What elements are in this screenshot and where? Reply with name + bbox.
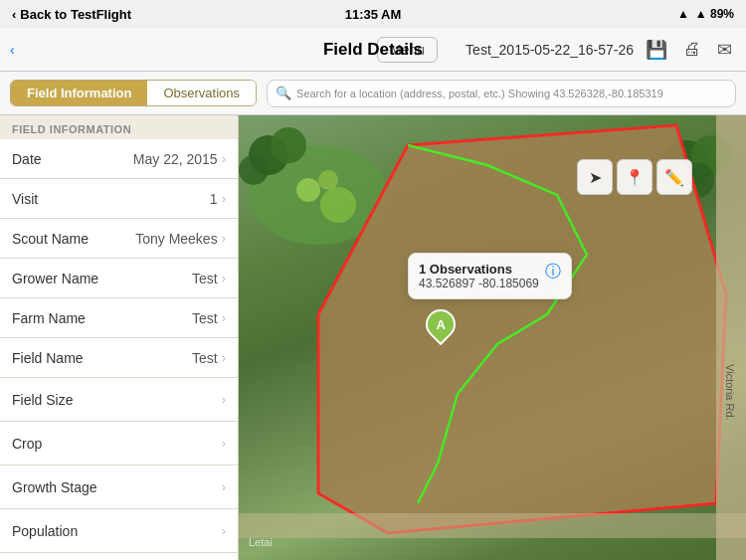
battery-label: ▲ 89% bbox=[695, 7, 734, 21]
tooltip-line2: 43.526897 -80.185069 bbox=[419, 277, 539, 290]
location-icon: ➤ bbox=[589, 168, 602, 187]
population-row[interactable]: Population › bbox=[0, 509, 238, 553]
map-controls: ➤ 📍 ✏️ bbox=[577, 159, 692, 195]
search-placeholder: Search for a location (address, postal, … bbox=[296, 88, 663, 99]
back-button[interactable]: ‹ Back to TestFlight bbox=[12, 7, 131, 22]
back-arrow-icon: ‹ bbox=[12, 7, 16, 22]
location-button[interactable]: ➤ bbox=[577, 159, 613, 195]
wifi-icon: ▲ bbox=[677, 7, 689, 21]
segment-control: Field Information Observations bbox=[10, 80, 257, 106]
nav-filename: Test_2015-05-22_16-57-26 bbox=[466, 42, 634, 58]
field-info-header: FIELD INFORMATION bbox=[0, 115, 238, 139]
date-chevron-icon: › bbox=[222, 151, 226, 166]
tooltip-line1: 1 Observations bbox=[419, 262, 539, 277]
tab-field-information[interactable]: Field Information bbox=[11, 81, 147, 105]
visit-value: 1 › bbox=[210, 191, 226, 207]
map-tooltip[interactable]: 1 Observations 43.526897 -80.185069 ⓘ bbox=[408, 253, 572, 299]
field-name-row[interactable]: Field Name Test › bbox=[0, 338, 238, 378]
field-size-label: Field Size bbox=[12, 392, 73, 408]
tooltip-info-icon[interactable]: ⓘ bbox=[545, 262, 561, 282]
field-name-label: Field Name bbox=[12, 350, 84, 366]
field-name-chevron-icon: › bbox=[222, 350, 226, 365]
scout-name-value: Tony Meekes › bbox=[135, 231, 226, 247]
save-icon[interactable]: 💾 bbox=[642, 37, 671, 63]
toolbar-row: Field Information Observations 🔍 Search … bbox=[0, 72, 746, 115]
back-label: Back to TestFlight bbox=[20, 7, 131, 22]
date-row[interactable]: Date May 22, 2015 › bbox=[0, 139, 238, 179]
crop-row[interactable]: Crop › bbox=[0, 422, 238, 466]
farm-chevron-icon: › bbox=[222, 310, 226, 325]
farm-name-label: Farm Name bbox=[12, 310, 86, 326]
height-row[interactable]: Height › bbox=[0, 553, 238, 560]
share-icon[interactable]: ✉ bbox=[713, 37, 736, 63]
main-layout: FIELD INFORMATION Date May 22, 2015 › Vi… bbox=[0, 115, 746, 560]
status-indicators: ▲ ▲ 89% bbox=[677, 7, 734, 21]
visit-row[interactable]: Visit 1 › bbox=[0, 179, 238, 219]
field-size-row[interactable]: Field Size › bbox=[0, 378, 238, 422]
farm-name-row[interactable]: Farm Name Test › bbox=[0, 298, 238, 338]
pencil-button[interactable]: ✏️ bbox=[656, 159, 692, 195]
grower-name-label: Grower Name bbox=[12, 271, 98, 286]
crop-chevron-icon: › bbox=[222, 436, 226, 451]
nav-actions: Menu Test_2015-05-22_16-57-26 💾 🖨 ✉ bbox=[377, 37, 736, 63]
farm-name-value: Test › bbox=[192, 310, 226, 326]
map-pin-a[interactable]: A bbox=[426, 309, 456, 345]
map-area[interactable]: Victoria Rd. ➤ 📍 ✏️ 1 Observations 43.52… bbox=[239, 115, 746, 560]
back-nav-button[interactable]: ‹ bbox=[10, 42, 15, 58]
visit-label: Visit bbox=[12, 191, 38, 207]
grower-chevron-icon: › bbox=[222, 271, 226, 285]
population-chevron-icon: › bbox=[222, 523, 226, 538]
growth-stage-chevron-icon: › bbox=[222, 479, 226, 494]
population-label: Population bbox=[12, 523, 78, 539]
status-bar: ‹ Back to TestFlight 11:35 AM ▲ ▲ 89% bbox=[0, 0, 746, 28]
scout-chevron-icon: › bbox=[222, 231, 226, 246]
nav-bar: ‹ Field Details Menu Test_2015-05-22_16-… bbox=[0, 28, 746, 72]
date-value: May 22, 2015 › bbox=[133, 151, 226, 167]
left-panel: FIELD INFORMATION Date May 22, 2015 › Vi… bbox=[0, 115, 239, 560]
grower-name-row[interactable]: Grower Name Test › bbox=[0, 259, 238, 298]
pin-button[interactable]: 📍 bbox=[617, 159, 653, 195]
print-icon[interactable]: 🖨 bbox=[679, 37, 705, 62]
status-time: 11:35 AM bbox=[345, 7, 402, 22]
growth-stage-label: Growth Stage bbox=[12, 479, 97, 495]
field-size-chevron-icon: › bbox=[222, 392, 226, 407]
growth-stage-row[interactable]: Growth Stage › bbox=[0, 466, 238, 509]
page-title: Field Details bbox=[323, 40, 423, 60]
pencil-icon: ✏️ bbox=[664, 168, 684, 187]
tooltip-content: 1 Observations 43.526897 -80.185069 bbox=[419, 262, 539, 290]
tab-observations[interactable]: Observations bbox=[147, 81, 256, 105]
visit-chevron-icon: › bbox=[222, 191, 226, 206]
field-name-value: Test › bbox=[192, 350, 226, 366]
map-bottom-label: Letai bbox=[249, 536, 273, 548]
pin-icon: 📍 bbox=[625, 168, 645, 187]
map-search-bar[interactable]: 🔍 Search for a location (address, postal… bbox=[267, 80, 736, 107]
scout-name-label: Scout Name bbox=[12, 231, 89, 247]
grower-name-value: Test › bbox=[192, 271, 226, 286]
date-label: Date bbox=[12, 151, 42, 167]
pin-label: A bbox=[436, 317, 445, 332]
search-icon: 🔍 bbox=[276, 86, 291, 100]
scout-name-row[interactable]: Scout Name Tony Meekes › bbox=[0, 219, 238, 259]
crop-label: Crop bbox=[12, 436, 42, 452]
back-chevron-icon: ‹ bbox=[10, 42, 15, 58]
